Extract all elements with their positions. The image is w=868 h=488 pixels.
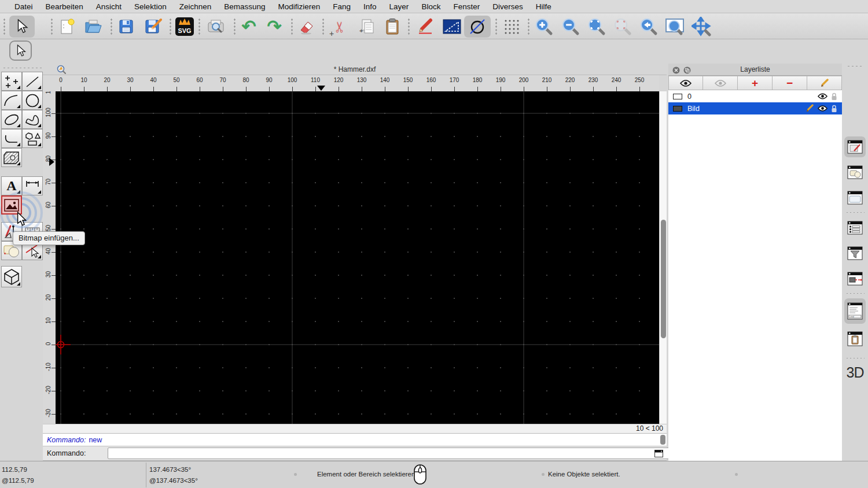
h-ruler-label: 90 [266,77,272,83]
dock-toggle-clipboard[interactable] [844,328,866,349]
cut-button[interactable]: ✂ + [330,16,351,37]
hide-all-layers-button[interactable] [703,76,738,90]
edit-layer-button[interactable] [807,76,842,90]
view-back-icon [639,17,658,36]
h-ruler-tick [339,87,339,91]
layer-panel-header[interactable]: Layerliste [668,64,842,76]
paste-button[interactable] [382,16,403,37]
layer-lock-icon[interactable] [831,93,837,101]
command-detach-button[interactable] [653,448,664,459]
palette-handle[interactable] [2,67,42,69]
menu-item-fenster[interactable]: Fenster [447,2,486,11]
zoom-window-button[interactable] [663,16,686,37]
palette-select-button[interactable] [9,40,32,61]
h-ruler-label: 250 [635,77,645,83]
layer-lock-icon[interactable] [831,105,837,113]
save-button[interactable] [116,16,137,37]
3d-mode-label[interactable]: 3D [842,364,868,381]
menu-item-modifizieren[interactable]: Modifizieren [272,2,327,11]
layer-list-window-icon [847,140,863,154]
menu-item-block[interactable]: Block [415,2,447,11]
text-tool-button[interactable]: A [1,176,22,195]
menu-item-selektion[interactable]: Selektion [128,2,173,11]
menu-item-bemassung[interactable]: Bemassung [218,2,271,11]
points-tool-button[interactable] [1,72,22,91]
menu-item-hilfe[interactable]: Hilfe [529,2,558,11]
menu-item-zeichnen[interactable]: Zeichnen [173,2,218,11]
menu-item-fang[interactable]: Fang [326,2,357,11]
document-titlebar[interactable]: * Hammer.dxf [43,64,667,75]
print-preview-button[interactable] [205,16,226,37]
command-input[interactable] [108,448,693,459]
layer-row-bild[interactable]: Bild [668,102,842,114]
layer-edit-icon[interactable] [806,104,814,113]
ellipse-tool-button[interactable] [1,110,22,129]
dock-toggle-command-line[interactable]: cmd [844,298,866,324]
polyline-tool-button[interactable] [1,129,22,148]
open-file-button[interactable] [83,16,104,37]
undo-button[interactable]: ↶ [238,16,259,37]
toolbar-separator [234,18,236,35]
h-ruler-label: 60 [196,77,203,83]
select-pointer-button[interactable] [9,16,35,38]
v-ruler-tick [52,183,56,183]
scrollbar-thumb[interactable] [661,220,666,338]
zoom-in-button[interactable] [534,16,554,37]
arc-tool-button[interactable] [1,91,22,110]
toolbar-handle[interactable] [3,18,5,35]
layer-name: Bild [687,105,806,113]
menu-item-datei[interactable]: Datei [8,2,39,11]
menu-item-ansicht[interactable]: Ansicht [90,2,128,11]
menu-item-layer[interactable]: Layer [383,2,415,11]
grid-toggle-button[interactable] [500,16,524,37]
spline-tool-button[interactable] [22,110,43,129]
line-tool-button[interactable] [22,72,43,91]
pen-attributes-button[interactable] [415,16,436,37]
save-as-button[interactable] [143,16,164,37]
dock-toggle-entity-tree[interactable] [844,217,866,238]
dock-toggle-block-list[interactable] [844,162,866,183]
menu-item-info[interactable]: Info [357,2,383,11]
layer-visible-icon[interactable] [818,105,827,112]
circle-tool-button[interactable] [22,91,43,110]
entity-attributes-button[interactable] [442,16,462,37]
zoom-auto-button[interactable] [586,16,607,37]
view-back-button[interactable] [638,16,659,37]
menu-item-diverses[interactable]: Diverses [486,2,529,11]
dock-toggle-pen-palette[interactable] [844,268,866,289]
horizontal-ruler: 0102030405060708090100110120130140150160… [56,75,659,91]
delete-button[interactable] [297,16,318,37]
properties-button[interactable] [464,16,491,38]
hatch-tool-button[interactable] [1,148,22,167]
show-all-layers-button[interactable] [668,76,703,90]
zoom-previous-button[interactable] [612,16,633,37]
zoom-auto-icon [587,17,606,36]
add-layer-button[interactable]: + [738,76,773,90]
zoom-window-icon [664,17,685,36]
command-history-scrollbar[interactable] [660,435,665,445]
new-file-button[interactable] [57,16,78,37]
dock-toggle-selection-filter[interactable] [844,243,866,264]
command-prompt-label: Kommando: [47,449,86,457]
dimension-tool-button[interactable] [22,176,43,195]
remove-layer-button[interactable]: − [773,76,807,90]
copy-button[interactable]: + [356,16,377,37]
drawing-canvas[interactable] [56,91,659,424]
layer-visible-icon[interactable] [818,93,827,99]
toolbar-separator [198,18,200,35]
svg-export-button[interactable]: SVG [174,16,195,37]
toolbar-separator [408,18,410,35]
redo-button[interactable]: ↷ [264,16,285,37]
coordinate-relative: @112.5,79 [2,477,34,484]
zoom-out-button[interactable] [560,16,581,37]
canvas-vertical-scrollbar[interactable] [659,91,667,424]
dock-handle[interactable] [847,65,864,67]
command-history[interactable]: Kommando:new [43,434,667,446]
zoom-pan-button[interactable] [690,16,714,37]
layer-row-0[interactable]: 0 [668,90,842,102]
3d-cube-tool-button[interactable] [1,266,22,287]
menu-item-bearbeiten[interactable]: Bearbeiten [39,2,90,11]
polygon-tool-button[interactable] [22,129,43,148]
dock-toggle-library-browser[interactable] [844,187,866,208]
dock-toggle-layer-list[interactable] [844,136,866,157]
